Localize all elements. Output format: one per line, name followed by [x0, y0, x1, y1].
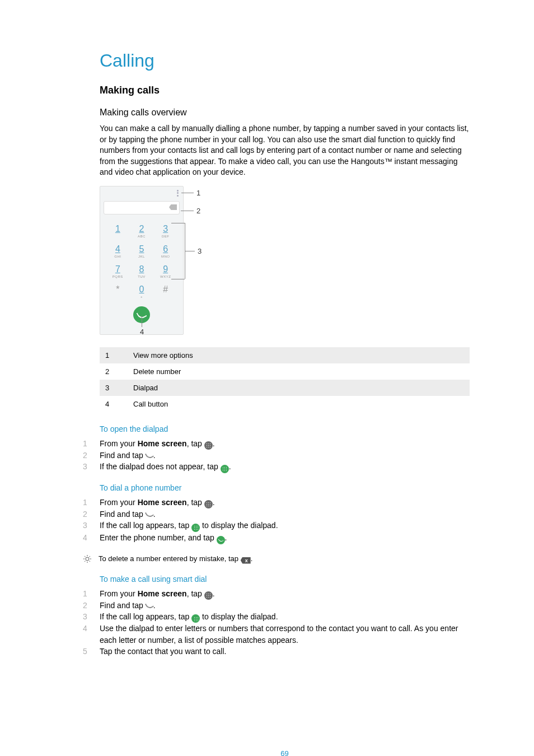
step: If the dialpad does not appear, tap . — [100, 461, 470, 473]
page-title: Calling — [100, 50, 470, 71]
overview-paragraph: You can make a call by manually dialling… — [100, 123, 470, 178]
keypad-key: 1 — [106, 221, 130, 241]
callout-line-1 — [181, 193, 194, 193]
svg-line-8 — [90, 556, 91, 557]
step: Find and tap . — [100, 600, 470, 611]
step: Enter the phone number, and tap . — [100, 532, 470, 544]
subsection-heading: Making calls overview — [100, 108, 470, 118]
more-options-icon — [177, 190, 179, 197]
keypad-key: 6MNO — [153, 241, 177, 262]
legend-num: 3 — [100, 380, 128, 396]
keypad-key: 7PQRS — [106, 262, 130, 282]
tip-text: To delete a number entered by mistake, t… — [99, 554, 252, 564]
keypad-key: 8TUV — [130, 262, 154, 282]
page-footer: 69 This is an Internet version of this p… — [100, 749, 470, 756]
procedure-title: To open the dialpad — [100, 424, 470, 433]
step: Use the dialpad to enter letters or numb… — [100, 623, 470, 646]
callout-line-3t — [171, 223, 185, 223]
table-row: 2 Delete number — [100, 363, 470, 380]
apps-icon — [204, 591, 213, 600]
legend-num: 4 — [100, 396, 128, 412]
tip-bulb-icon — [83, 554, 92, 564]
step: From your Home screen, tap . — [100, 438, 470, 450]
phone-icon — [146, 511, 153, 519]
step: Find and tap . — [100, 508, 470, 520]
table-row: 3 Dialpad — [100, 380, 470, 396]
callout-2: 2 — [196, 207, 200, 215]
keypad: 1 2ABC3DEF4GHI5JKL6MNO7PQRS8TUV9WXYZ* 0+… — [100, 218, 183, 304]
backspace-icon: x — [241, 557, 251, 564]
svg-line-7 — [85, 561, 86, 562]
keypad-key: 0+ — [130, 282, 154, 302]
legend-table: 1 View more options 2 Delete number 3 Di… — [100, 347, 470, 412]
callout-1: 1 — [196, 189, 200, 197]
table-row: 4 Call button — [100, 396, 470, 412]
page-number: 69 — [100, 749, 470, 756]
keypad-key: * — [106, 282, 130, 302]
keypad-key: 2ABC — [130, 221, 154, 241]
dialpad-icon — [221, 465, 229, 473]
keypad-key: 3DEF — [153, 221, 177, 241]
dialpad-icon — [191, 524, 200, 532]
step: If the call log appears, tap to display … — [100, 611, 470, 623]
legend-num: 1 — [100, 347, 128, 363]
callout-line-4 — [142, 316, 142, 327]
callout-3: 3 — [198, 247, 202, 255]
legend-label: Call button — [128, 396, 470, 412]
phone-toolbar — [100, 186, 183, 200]
svg-line-5 — [85, 556, 86, 557]
number-input-field — [104, 201, 180, 214]
step: Tap the contact that you want to call. — [100, 646, 470, 657]
step: From your Home screen, tap . — [100, 588, 470, 600]
callout-line-3b — [171, 279, 185, 279]
tip: To delete a number entered by mistake, t… — [83, 554, 470, 564]
keypad-key: # — [153, 282, 177, 302]
procedure-title: To make a call using smart dial — [100, 575, 470, 584]
phone-icon — [146, 602, 153, 610]
callout-line-3h — [185, 251, 195, 251]
dialpad-figure: 1 2ABC3DEF4GHI5JKL6MNO7PQRS8TUV9WXYZ* 0+… — [100, 186, 245, 337]
procedure-steps: From your Home screen, tap . Find and ta… — [100, 438, 470, 473]
procedure-title: To dial a phone number — [100, 483, 470, 492]
table-row: 1 View more options — [100, 347, 470, 363]
legend-label: View more options — [128, 347, 470, 363]
dialpad-icon — [191, 614, 200, 623]
step: Find and tap . — [100, 450, 470, 461]
legend-label: Delete number — [128, 363, 470, 380]
keypad-key: 4GHI — [106, 241, 130, 262]
callout-line-2 — [181, 211, 194, 211]
svg-point-0 — [86, 557, 89, 561]
apps-icon — [204, 441, 213, 450]
apps-icon — [204, 500, 213, 508]
legend-num: 2 — [100, 363, 128, 380]
procedure-steps: From your Home screen, tap . Find and ta… — [100, 588, 470, 657]
svg-line-6 — [90, 561, 91, 562]
delete-icon — [169, 204, 177, 210]
phone-icon — [146, 452, 153, 460]
step: From your Home screen, tap . — [100, 497, 470, 508]
legend-label: Dialpad — [128, 380, 470, 396]
step: If the call log appears, tap to display … — [100, 520, 470, 532]
keypad-key: 5JKL — [130, 241, 154, 262]
phone-mock: 1 2ABC3DEF4GHI5JKL6MNO7PQRS8TUV9WXYZ* 0+… — [100, 186, 184, 335]
call-icon — [217, 536, 225, 544]
callout-4: 4 — [140, 328, 144, 336]
section-heading: Making calls — [100, 85, 470, 96]
procedure-steps: From your Home screen, tap . Find and ta… — [100, 497, 470, 544]
